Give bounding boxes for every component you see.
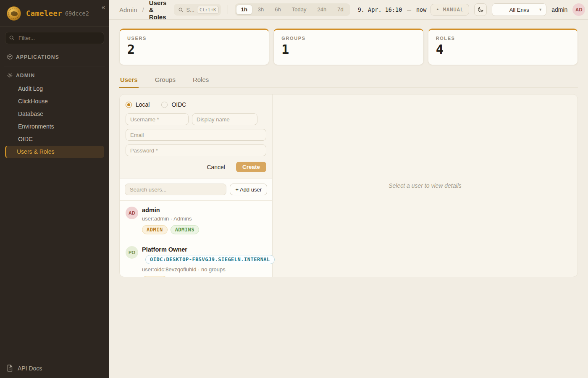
user-meta: user:admin · Admins [142,215,199,222]
stat-card-users: USERS 2 [119,29,269,65]
stat-value: 4 [436,42,570,57]
stat-value: 2 [127,42,261,57]
top-header: Admin / Users & Roles S... Ctrl+K 1h 3h … [109,0,588,20]
header-right-group: • MANUAL All Envs ▼ admin AD [430,3,585,16]
sidebar-filter-input[interactable] [5,32,104,44]
breadcrumb-current: Users & Roles [149,0,167,21]
stat-label: GROUPS [281,36,415,41]
theme-toggle-button[interactable] [474,3,487,16]
moon-icon [477,6,484,13]
time-to[interactable]: now [416,6,426,13]
oidc-provider-badge: OIDC:DESKTOP-FB5VGJ9.SIEGELN.INTERNAL [145,255,275,264]
tab-bar: Users Groups Roles [119,74,578,88]
app-build-id: 69dcce2 [65,10,89,17]
package-icon [7,54,13,60]
search-icon [178,7,184,13]
radio-unselected-icon[interactable] [161,102,168,108]
sidebar-filter [5,32,104,44]
env-select-dropdown[interactable]: All Envs ▼ [492,3,546,16]
time-range-segmented-control: 1h 3h 6h Today 24h 7d [235,3,350,16]
current-user-name: admin [551,6,567,13]
search-users-input[interactable] [125,184,226,195]
chevron-down-icon: ▼ [538,8,542,12]
users-panel: Local OIDC [119,94,578,277]
group-badge-admins: ADMINS [171,225,199,234]
search-icon [9,35,15,41]
stat-card-groups: GROUPS 1 [273,29,423,65]
sidebar-collapse-icon[interactable]: « [102,3,105,10]
breadcrumb-parent[interactable]: Admin [119,6,137,13]
users-panel-left: Local OIDC [120,94,273,277]
role-badge-admin: ADMIN [142,225,168,234]
page-content: USERS 2 GROUPS 1 ROLES 4 Users Groups Ro… [109,20,588,277]
password-field[interactable] [126,144,266,156]
avatar: PO [126,246,138,259]
username-field[interactable] [126,113,189,125]
api-docs-link[interactable]: API Docs [0,358,109,378]
radio-label: Local [136,101,150,108]
create-user-form: Local OIDC [120,94,272,178]
time-range-today[interactable]: Today [286,5,312,15]
user-type-radio-group: Local OIDC [126,101,266,108]
tab-roles[interactable]: Roles [192,74,210,88]
app-logo-coin-icon [7,6,21,21]
user-list-item-platform-owner[interactable]: PO Platform Owner OIDC:DESKTOP-FB5VGJ9.S… [120,240,272,277]
header-divider [228,5,228,14]
refresh-mode-badge[interactable]: • MANUAL [430,4,469,16]
time-dash: – [407,6,411,14]
document-icon [7,365,13,372]
radio-selected-icon[interactable] [126,102,132,108]
time-from[interactable]: 9. Apr. 16:10 [358,6,402,13]
user-meta: user:oidc:8evzqofluhld · no groups [142,266,266,273]
stat-label: ROLES [436,36,570,41]
sidebar-item-oidc[interactable]: OIDC [5,133,104,145]
sidebar-section-admin[interactable]: ADMIN [5,68,104,82]
email-field[interactable] [126,129,266,141]
user-avatar[interactable]: AD [572,3,585,16]
main-area: Admin / Users & Roles S... Ctrl+K 1h 3h … [109,0,588,378]
sidebar: Cameleer 69dcce2 « APPLICATIONS ADMIN Au… [0,0,109,378]
tab-groups[interactable]: Groups [154,74,176,88]
env-select-value: All Envs [509,7,529,13]
logo-row: Cameleer 69dcce2 « [0,0,109,27]
sidebar-item-environments[interactable]: Environments [5,121,104,133]
time-range-6h[interactable]: 6h [269,5,286,15]
stat-value: 1 [281,42,415,57]
api-docs-label: API Docs [18,365,42,372]
sidebar-divider [4,66,105,66]
role-badge-admin: ADMIN [142,276,168,277]
radio-oidc[interactable]: OIDC [161,101,186,108]
sidebar-item-clickhouse[interactable]: ClickHouse [5,95,104,108]
user-name: Platform Owner [142,245,266,253]
global-search[interactable]: S... Ctrl+K [174,4,220,16]
time-range-3h[interactable]: 3h [252,5,269,15]
radio-local[interactable]: Local [126,101,150,108]
global-search-placeholder: S... [186,7,194,13]
search-shortcut-kbd: Ctrl+K [197,6,219,14]
gear-icon [7,72,13,79]
add-user-button[interactable]: + Add user [230,184,267,195]
stat-cards: USERS 2 GROUPS 1 ROLES 4 [119,29,578,65]
sidebar-section-label: APPLICATIONS [16,54,59,60]
breadcrumb-separator: / [142,6,144,13]
time-range-24h[interactable]: 24h [312,5,332,15]
sidebar-item-audit-log[interactable]: Audit Log [5,83,104,95]
sidebar-item-database[interactable]: Database [5,108,104,120]
empty-state-text: Select a user to view details [388,182,462,189]
time-range-7d[interactable]: 7d [332,5,349,15]
avatar: AD [126,207,138,219]
user-list-item-admin[interactable]: AD admin user:admin · Admins ADMIN ADMIN… [120,201,272,240]
user-name: admin [142,205,199,213]
tab-users[interactable]: Users [119,74,139,88]
cancel-button[interactable]: Cancel [204,163,228,171]
radio-label: OIDC [171,101,186,108]
stat-card-roles: ROLES 4 [428,29,578,65]
user-list-section: + Add user AD admin user:admin · Admins … [120,178,272,277]
time-range-1h[interactable]: 1h [236,5,252,15]
sidebar-nav: APPLICATIONS ADMIN Audit Log ClickHouse … [0,49,109,358]
app-name: Cameleer [26,9,62,18]
display-name-field[interactable] [192,113,257,125]
sidebar-section-applications[interactable]: APPLICATIONS [5,50,104,64]
sidebar-item-users-roles[interactable]: Users & Roles [5,146,104,158]
create-button[interactable]: Create [236,162,266,172]
